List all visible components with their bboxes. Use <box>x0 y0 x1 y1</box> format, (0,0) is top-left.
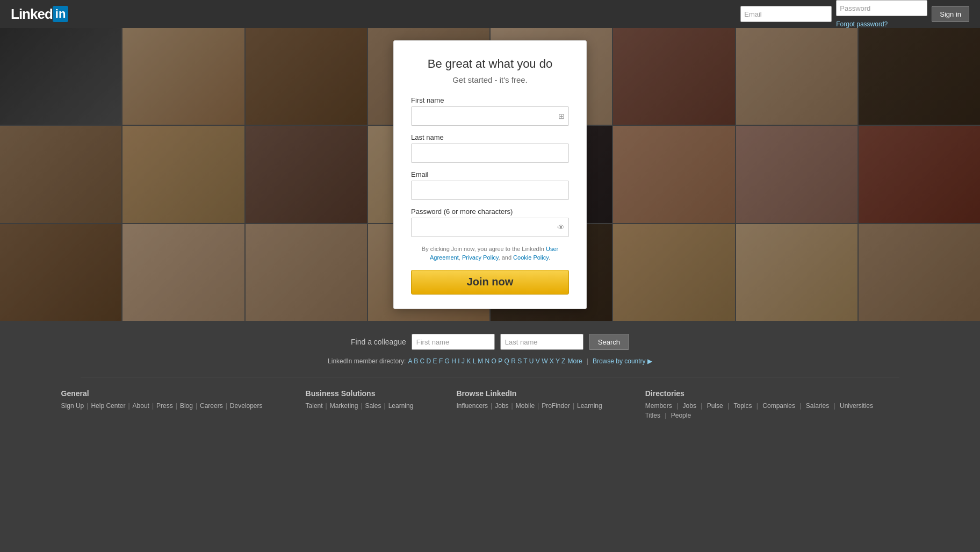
footer-link[interactable]: Help Center <box>91 402 125 410</box>
email-wrap <box>411 181 569 200</box>
footer-directories: Directories Members | Jobs | Pulse | Top… <box>645 389 919 419</box>
footer-link[interactable]: ProFinder <box>542 402 570 410</box>
photo-23 <box>736 224 857 321</box>
dir-letter-B[interactable]: B <box>414 357 418 365</box>
footer-dir-link[interactable]: Companies <box>762 402 795 410</box>
footer-link[interactable]: Sign Up <box>61 402 84 410</box>
link-separator: | <box>491 402 492 410</box>
dir-letter-N[interactable]: N <box>485 357 490 365</box>
dir-letter-S[interactable]: S <box>517 357 522 365</box>
find-search-button[interactable]: Search <box>589 334 629 350</box>
dir-letter-O[interactable]: O <box>492 357 496 365</box>
footer-dir-link[interactable]: Pulse <box>707 402 723 410</box>
photo-24 <box>859 224 980 321</box>
footer-link[interactable]: Careers <box>200 402 223 410</box>
directory-separator: | <box>587 357 588 365</box>
footer-dir-link[interactable]: Jobs <box>683 402 696 410</box>
footer-link[interactable]: Developers <box>230 402 263 410</box>
dir-letter-Q[interactable]: Q <box>504 357 509 365</box>
dir-letter-C[interactable]: C <box>420 357 425 365</box>
link-separator: | <box>326 402 327 410</box>
dir-letter-A[interactable]: A <box>408 357 412 365</box>
header-password-input[interactable] <box>836 0 927 16</box>
dir-letter-Y[interactable]: Y <box>556 357 560 365</box>
link-separator: | <box>699 402 704 410</box>
cookie-policy-link[interactable]: Cookie Policy <box>513 254 549 261</box>
directory-more-link[interactable]: More <box>567 357 582 365</box>
footer-link[interactable]: About <box>133 402 149 410</box>
footer-dir-link[interactable]: Topics <box>734 402 752 410</box>
footer-link[interactable]: Mobile <box>516 402 535 410</box>
footer-link[interactable]: Marketing <box>330 402 358 410</box>
link-separator: | <box>361 402 362 410</box>
find-colleague-section: Find a colleague Search <box>0 334 980 350</box>
dir-letter-L[interactable]: L <box>473 357 476 365</box>
dir-letter-E[interactable]: E <box>433 357 437 365</box>
link-separator: | <box>196 402 197 410</box>
photo-15 <box>736 126 857 223</box>
find-last-name-input[interactable] <box>500 334 583 350</box>
password-input[interactable] <box>411 218 569 237</box>
bottom-section: Find a colleague Search LinkedIn member … <box>0 321 980 435</box>
footer-browse-links: Influencers | Jobs | Mobile | ProFinder … <box>456 402 602 410</box>
photo-22 <box>613 224 734 321</box>
photo-19 <box>246 224 367 321</box>
footer-dir-link[interactable]: People <box>671 412 691 419</box>
directory-bar: LinkedIn member directory: A B C D E F G… <box>0 357 980 365</box>
footer-link[interactable]: Press <box>156 402 173 410</box>
footer-link[interactable]: Influencers <box>456 402 488 410</box>
sign-in-button[interactable]: Sign in <box>932 6 969 22</box>
footer-dir-link[interactable]: Titles <box>645 412 660 419</box>
email-label: Email <box>411 170 569 178</box>
dir-letter-V[interactable]: V <box>536 357 540 365</box>
footer-directories-links: Members | Jobs | Pulse | Topics | Compan… <box>645 402 919 419</box>
photo-16 <box>859 126 980 223</box>
footer-link[interactable]: Talent <box>306 402 323 410</box>
photo-7 <box>736 28 857 125</box>
password-label: Password (6 or more characters) <box>411 207 569 216</box>
dir-letter-P[interactable]: P <box>498 357 502 365</box>
directory-prefix: LinkedIn member directory: <box>328 357 406 365</box>
browse-country-link[interactable]: Browse by country ▶ <box>593 357 652 365</box>
email-group: Email <box>411 170 569 200</box>
link-separator: | <box>755 402 760 410</box>
dir-letter-M[interactable]: M <box>478 357 483 365</box>
footer-browse-heading: Browse LinkedIn <box>456 389 602 398</box>
dir-letter-G[interactable]: G <box>445 357 450 365</box>
footer-link[interactable]: Learning <box>388 402 414 410</box>
link-separator: | <box>573 402 574 410</box>
footer-link[interactable]: Sales <box>365 402 381 410</box>
last-name-label: Last name <box>411 133 569 141</box>
first-name-icon: ⊞ <box>558 112 565 120</box>
dir-letter-X[interactable]: X <box>550 357 554 365</box>
footer-link[interactable]: Learning <box>577 402 602 410</box>
password-input-wrap: 👁 <box>411 218 569 237</box>
first-name-input[interactable] <box>411 106 569 126</box>
footer-link[interactable]: Jobs <box>495 402 508 410</box>
header-email-input[interactable] <box>740 6 832 22</box>
dir-letter-W[interactable]: W <box>542 357 547 365</box>
photo-11 <box>246 126 367 223</box>
footer-dir-link[interactable]: Salaries <box>806 402 829 410</box>
email-input[interactable] <box>411 181 569 200</box>
dir-letter-D[interactable]: D <box>427 357 431 365</box>
footer-general-heading: General <box>61 389 263 398</box>
link-separator: | <box>675 402 680 410</box>
logo-in-badge: in <box>53 6 69 22</box>
dir-letter-Z[interactable]: Z <box>561 357 565 365</box>
dir-letter-R[interactable]: R <box>511 357 516 365</box>
dir-letter-H[interactable]: H <box>451 357 456 365</box>
last-name-input[interactable] <box>411 144 569 163</box>
photo-17 <box>0 224 121 321</box>
footer-dir-link[interactable]: Universities <box>840 402 873 410</box>
forgot-password-link[interactable]: Forgot password? <box>836 18 927 28</box>
find-first-name-input[interactable] <box>412 334 495 350</box>
footer-link[interactable]: Blog <box>180 402 193 410</box>
link-separator: | <box>384 402 386 410</box>
link-separator: | <box>798 402 803 410</box>
find-colleague-label: Find a colleague <box>351 338 406 346</box>
footer-dir-link[interactable]: Members <box>645 402 672 410</box>
privacy-policy-link[interactable]: Privacy Policy <box>462 254 499 261</box>
join-now-button[interactable]: Join now <box>411 270 569 295</box>
link-separator: | <box>537 402 539 410</box>
